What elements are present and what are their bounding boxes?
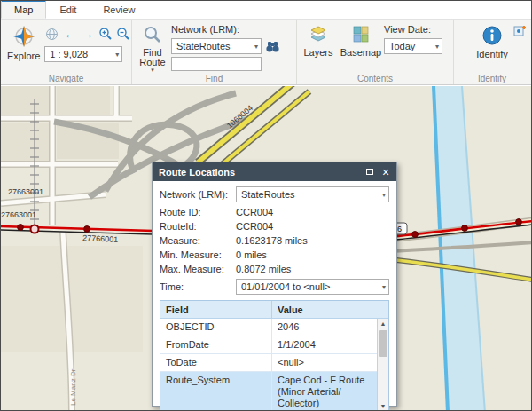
find-group-label: Find <box>132 74 296 83</box>
cell-field: Route_System <box>160 372 272 411</box>
close-icon: × <box>382 166 389 178</box>
table-row[interactable]: OBJECTID 2046 <box>160 319 388 336</box>
map-label-route-id: 27663001 <box>1 210 36 219</box>
identify-group-label: Identify <box>454 74 530 83</box>
time-dropdown[interactable]: 01/01/2004 to <null> ▾ <box>236 279 389 295</box>
chevron-down-icon: ▾ <box>435 43 439 51</box>
view-date-dropdown[interactable]: Today ▾ <box>384 38 442 54</box>
min-measure-label: Min. Measure: <box>160 249 236 260</box>
cell-field: OBJECTID <box>160 319 272 336</box>
route-shield-number: 6 <box>397 225 402 233</box>
basemap-icon <box>352 25 370 46</box>
cell-field: ToDate <box>160 354 272 371</box>
ribbon: Explore ← → <box>1 20 531 85</box>
scroll-up-icon[interactable]: ▲ <box>380 319 387 329</box>
tab-map[interactable]: Map <box>1 0 46 19</box>
find-route-text-input[interactable] <box>171 57 262 71</box>
chevron-down-icon: ▾ <box>151 67 154 73</box>
measure-label: Measure: <box>160 235 236 246</box>
explore-button[interactable]: Explore <box>3 21 44 72</box>
scroll-down-icon[interactable]: ▼ <box>380 401 387 411</box>
table-row[interactable]: ToDate <null> <box>160 354 388 372</box>
map-label-route-id: 27663001 <box>8 187 43 196</box>
panel-header[interactable]: Route Locations × <box>153 162 396 181</box>
group-contents: Layers Basemap View Date: Today ▾ Conten… <box>297 20 454 84</box>
map-canvas[interactable]: 6 27663001 27663001 27766001 1066004 Le … <box>1 86 531 410</box>
group-find: Find Route ▾ Network (LRM): StateRoutes … <box>132 20 297 84</box>
network-lrm-dropdown[interactable]: StateRoutes ▾ <box>171 38 262 54</box>
app-window: { "ribbon": { "tabs": [ { "label": "Map"… <box>0 0 532 411</box>
layers-icon <box>309 25 327 46</box>
navigate-group-label: Navigate <box>1 74 131 83</box>
network-lrm-field-label: Network (LRM): <box>160 189 236 200</box>
chevron-down-icon: ▾ <box>254 43 258 51</box>
min-measure-value: 0 miles <box>236 249 389 260</box>
find-route-label: Find Route <box>138 48 167 67</box>
identify-button[interactable]: Identify <box>470 21 514 72</box>
map-scale-combobox[interactable]: 1 : 9,028 ▾ <box>44 46 122 62</box>
table-row[interactable]: FromDate 1/1/2004 <box>160 336 388 354</box>
map-scale-value: 1 : 9,028 <box>50 49 112 59</box>
panel-network-dropdown[interactable]: StateRoutes ▾ <box>236 186 389 202</box>
layers-button[interactable]: Layers <box>299 21 338 72</box>
time-value: 01/01/2004 to <null> <box>241 281 379 292</box>
explore-compass-icon <box>12 25 35 50</box>
routeid-label: RouteId: <box>160 221 236 232</box>
route-start-marker[interactable] <box>31 225 39 233</box>
scrollbar-thumb[interactable] <box>379 330 387 357</box>
view-date-label: View Date: <box>384 23 442 36</box>
group-identify: Identify Identify <box>454 20 530 84</box>
table-row-selected[interactable]: Route_System Cape Cod - F Route (Minor A… <box>160 372 388 411</box>
identify-route-tool-icon[interactable] <box>513 22 528 38</box>
panel-network-value: StateRoutes <box>241 189 379 200</box>
max-measure-value: 0.8072 miles <box>236 264 389 274</box>
group-navigate: Explore ← → <box>1 20 132 84</box>
routeid-value: CCR004 <box>236 221 389 232</box>
forward-arrow-button[interactable]: → <box>80 27 95 42</box>
zoom-out-icon[interactable] <box>115 27 130 42</box>
basemap-label: Basemap <box>340 48 381 58</box>
basemap-button[interactable]: Basemap <box>338 21 384 72</box>
chevron-down-icon: ▾ <box>115 51 119 59</box>
cell-field: FromDate <box>160 336 272 353</box>
time-field-label: Time: <box>160 281 236 292</box>
cell-value: 2046 <box>272 319 377 336</box>
tab-edit[interactable]: Edit <box>46 1 90 19</box>
maximize-icon <box>366 169 373 175</box>
map-label-route-id: 27766001 <box>82 233 119 244</box>
explore-label: Explore <box>7 51 40 61</box>
cell-value: Cape Cod - F Route (Minor Arterial/ Coll… <box>272 372 377 411</box>
back-arrow-button[interactable]: ← <box>62 27 77 42</box>
field-column-header: Field <box>160 301 272 318</box>
table-scrollbar[interactable]: ▲ ▼ <box>377 319 388 411</box>
ribbon-tab-bar: Map Edit Review <box>1 1 531 20</box>
cell-value: 1/1/2004 <box>272 336 377 353</box>
attribute-table: Field Value OBJECTID 2046 FromDate 1/1/2… <box>160 300 389 411</box>
chevron-down-icon: ▾ <box>382 191 386 199</box>
network-lrm-value: StateRoutes <box>176 41 251 51</box>
network-lrm-label: Network (LRM): <box>171 23 280 36</box>
view-date-value: Today <box>389 41 432 51</box>
route-locations-panel: Route Locations × Network (LRM): StateRo… <box>152 162 397 407</box>
find-route-button[interactable]: Find Route ▾ <box>134 21 171 72</box>
route-id-label: Route ID: <box>160 207 236 217</box>
identify-label: Identify <box>476 50 507 59</box>
max-measure-label: Max. Measure: <box>160 264 236 274</box>
chevron-down-icon: ▾ <box>382 283 386 291</box>
magnifier-icon <box>143 25 162 46</box>
route-id-value: CCR004 <box>236 207 389 217</box>
zoom-in-icon[interactable] <box>98 27 113 42</box>
map-label-street-name: Le Manz Dr <box>69 368 77 406</box>
close-button[interactable]: × <box>379 165 393 179</box>
globe-icon[interactable] <box>44 27 59 42</box>
identify-info-icon <box>481 25 503 48</box>
contents-group-label: Contents <box>297 74 453 83</box>
maximize-button[interactable] <box>363 165 377 179</box>
cell-value: <null> <box>272 354 377 371</box>
panel-title: Route Locations <box>159 167 361 178</box>
tab-review[interactable]: Review <box>90 1 148 19</box>
attribute-table-header: Field Value <box>160 301 388 319</box>
measure-value: 0.1623178 miles <box>236 235 389 246</box>
binoculars-icon[interactable] <box>265 39 280 54</box>
value-column-header: Value <box>272 304 388 315</box>
